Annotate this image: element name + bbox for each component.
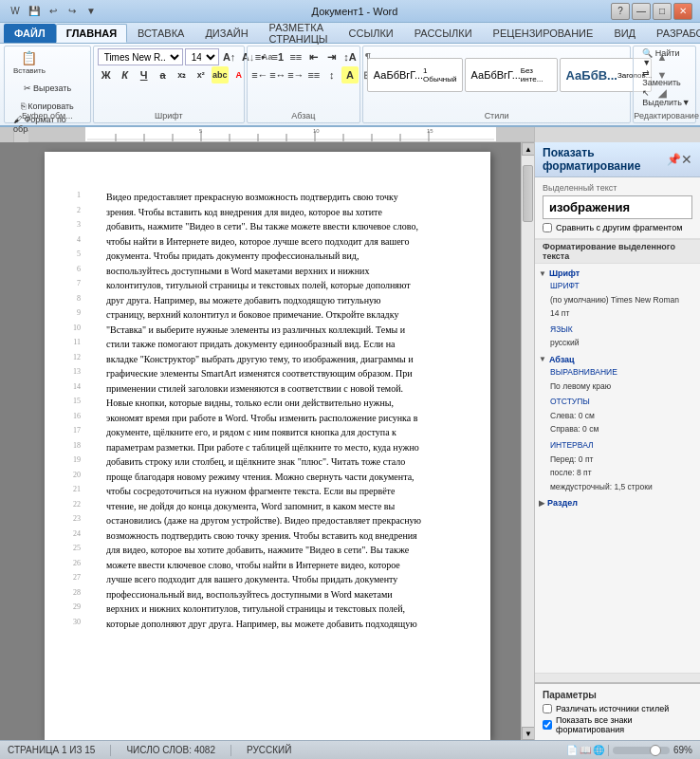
font-prop-header[interactable]: ▼ Шрифт xyxy=(539,268,696,279)
scroll-thumb[interactable] xyxy=(523,165,533,222)
line-spacing-val: междустрочный: 1,5 строки xyxy=(550,482,653,491)
spacing-before-val: Перед: 0 пт xyxy=(550,454,593,464)
replace-btn[interactable]: ⇄ Заменить xyxy=(637,68,694,87)
paragraph-arrow-icon: ▼ xyxy=(539,355,546,363)
minimize-btn[interactable]: — xyxy=(632,3,651,20)
font-group-title: Шрифт xyxy=(94,111,244,120)
word-icon[interactable]: W xyxy=(8,4,23,19)
align-center-btn[interactable]: ≡↔ xyxy=(269,66,286,83)
indent-key[interactable]: ОТСТУПЫ xyxy=(550,397,590,406)
paste-icon: 📋 xyxy=(21,51,37,65)
paragraph-prop-header[interactable]: ▼ Абзац xyxy=(539,354,696,365)
align-right-btn[interactable]: ≡→ xyxy=(287,66,304,83)
ribbon-group-styles: АаБбВгГ...1 Обычный АаБбВгГ...Без инте..… xyxy=(362,46,631,123)
read-view-btn[interactable]: 📖 xyxy=(580,745,591,755)
bullets-btn[interactable]: ≡• xyxy=(251,48,268,65)
sort-btn[interactable]: ↕A xyxy=(341,48,359,65)
editing-group-title: Редактирование xyxy=(634,111,695,120)
window-controls: ? — □ ✕ xyxy=(611,3,692,20)
tab-view[interactable]: ВИД xyxy=(603,24,646,43)
ribbon-group-clipboard: 📋 Вставить ✂ Вырезать ⎘ Копировать 🖌 Фор… xyxy=(4,46,91,123)
title-bar-left: W 💾 ↩ ↪ ▼ xyxy=(8,4,99,19)
highlight-btn[interactable]: аbc xyxy=(212,66,229,83)
font-color-btn[interactable]: А xyxy=(230,66,248,83)
tab-references[interactable]: ССЫЛКИ xyxy=(339,24,404,43)
paragraph-group-title: Абзац xyxy=(248,111,359,120)
web-view-btn[interactable]: 🌐 xyxy=(593,745,604,755)
style-no-spacing[interactable]: АаБбВгГ...Без инте... xyxy=(465,58,558,92)
scroll-track[interactable] xyxy=(522,156,534,727)
distinguish-styles-checkbox[interactable] xyxy=(543,704,552,713)
document-page: 1234567891011121314151617181920212223242… xyxy=(45,152,490,740)
numbering-btn[interactable]: ≡1 xyxy=(269,48,286,65)
show-marks-checkbox[interactable] xyxy=(543,720,552,730)
customize-quick-btn[interactable]: ▼ xyxy=(83,4,99,19)
paste-button[interactable]: 📋 Вставить xyxy=(9,48,50,78)
svg-text:10: 10 xyxy=(313,128,320,134)
format-panel-pin-btn[interactable]: 📌 xyxy=(667,153,681,166)
undo-quick-btn[interactable]: ↩ xyxy=(46,4,61,19)
document-text[interactable]: Видео предоставляет прекрасную возможнос… xyxy=(106,190,443,631)
font-name-key[interactable]: ШРИФТ xyxy=(550,281,580,290)
zoom-slider[interactable] xyxy=(613,747,670,754)
compare-checkbox-row: Сравнить с другим фрагментом xyxy=(543,223,692,232)
increase-indent-btn[interactable]: ⇥ xyxy=(323,48,341,65)
save-quick-btn[interactable]: 💾 xyxy=(27,4,42,19)
tab-developer[interactable]: РАЗРАБОТЧИК xyxy=(646,24,700,43)
scroll-up-btn[interactable]: ▲ xyxy=(522,142,535,156)
tab-file[interactable]: ФАЙЛ xyxy=(4,24,56,43)
justify-btn[interactable]: ≡≡ xyxy=(305,66,322,83)
ruler-main[interactable]: 5 10 15 xyxy=(28,127,534,142)
tab-design[interactable]: ДИЗАЙН xyxy=(194,24,258,43)
tab-review[interactable]: РЕЦЕНЗИРОВАНИЕ xyxy=(483,24,604,43)
properties-tree: ▼ Шрифт ШРИФТ (по умолчанию) Times New R… xyxy=(535,264,700,673)
font-size-select[interactable]: 14 xyxy=(185,48,219,65)
zoom-thumb[interactable] xyxy=(650,745,661,756)
tab-home[interactable]: ГЛАВНАЯ xyxy=(56,24,127,43)
layout-view-btn[interactable]: 📄 xyxy=(566,745,578,755)
compare-checkbox[interactable] xyxy=(543,223,552,232)
selected-text-label: Выделенный текст xyxy=(543,183,692,193)
font-arrow-icon: ▼ xyxy=(539,269,546,278)
strikethrough-btn[interactable]: а xyxy=(155,66,172,83)
decrease-indent-btn[interactable]: ⇤ xyxy=(305,48,322,65)
close-btn[interactable]: ✕ xyxy=(673,3,692,20)
tab-mailings[interactable]: РАССЫЛКИ xyxy=(404,24,483,43)
superscript-btn[interactable]: х² xyxy=(193,66,210,83)
format-panel-close-btn[interactable]: ✕ xyxy=(681,152,692,167)
spacing-key[interactable]: ИНТЕРВАЛ xyxy=(550,440,594,450)
font-name-select[interactable]: Times New R... xyxy=(98,48,183,65)
vertical-scrollbar[interactable]: ▲ ▼ xyxy=(521,142,534,740)
document-area[interactable]: 1234567891011121314151617181920212223242… xyxy=(14,142,521,740)
alignment-val: По левому краю xyxy=(550,381,611,391)
cut-button[interactable]: ✂ Вырезать xyxy=(9,80,86,97)
increase-font-btn[interactable]: A↑ xyxy=(221,48,238,65)
shading-btn[interactable]: A xyxy=(341,66,359,83)
ribbon-group-editing: 🔍 Найти ▼ ⇄ Заменить ↖ Выделить▼ Редакти… xyxy=(633,46,696,123)
zoom-area: 📄 📖 🌐 69% xyxy=(566,745,692,756)
language-text: РУССКИЙ xyxy=(247,745,291,755)
subscript-btn[interactable]: х₂ xyxy=(174,66,191,83)
underline-btn[interactable]: Ч xyxy=(136,66,153,83)
scroll-down-btn[interactable]: ▼ xyxy=(522,727,535,740)
bold-btn[interactable]: Ж xyxy=(98,66,115,83)
maximize-btn[interactable]: □ xyxy=(653,3,672,20)
multilevel-btn[interactable]: ≡≡ xyxy=(287,48,304,65)
line-spacing-btn[interactable]: ↕ xyxy=(323,66,341,83)
find-btn[interactable]: 🔍 Найти ▼ xyxy=(637,48,694,67)
select-btn[interactable]: ↖ Выделить▼ xyxy=(637,88,694,107)
help-btn[interactable]: ? xyxy=(611,3,630,20)
style-normal[interactable]: АаБбВгГ...1 Обычный xyxy=(367,58,463,92)
redo-quick-btn[interactable]: ↪ xyxy=(64,4,80,19)
tab-insert[interactable]: ВСТАВКА xyxy=(127,24,194,43)
tab-layout[interactable]: РАЗМЕТКА СТРАНИЦЫ xyxy=(259,24,339,43)
font-size-val: 14 пт xyxy=(550,308,569,318)
alignment-key[interactable]: ВЫРАВНИВАНИЕ xyxy=(550,367,617,377)
italic-btn[interactable]: К xyxy=(117,66,134,83)
lang-key[interactable]: ЯЗЫК xyxy=(550,324,573,334)
styles-container: АаБбВгГ...1 Обычный АаБбВгГ...Без инте..… xyxy=(367,48,671,102)
zoom-level[interactable]: 69% xyxy=(673,745,692,755)
section-prop-header[interactable]: ▶ Раздел xyxy=(539,497,696,509)
parameters-section: Параметры Различать источники стилей Пок… xyxy=(535,682,700,740)
align-left-btn[interactable]: ≡← xyxy=(251,66,268,83)
